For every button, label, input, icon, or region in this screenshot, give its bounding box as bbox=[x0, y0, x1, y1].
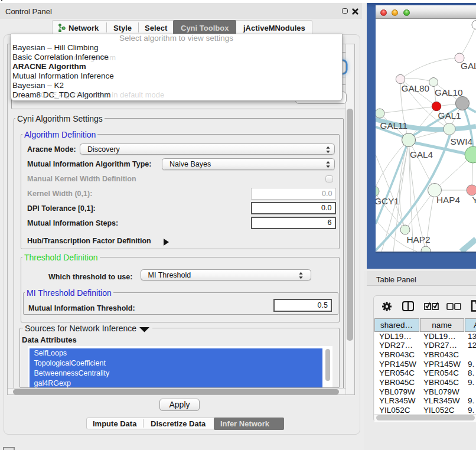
svg-text:GAL: GAL bbox=[461, 61, 476, 71]
svg-text:GAL1: GAL1 bbox=[438, 110, 461, 120]
svg-text:SWI4: SWI4 bbox=[451, 136, 473, 146]
svg-text:GAL10: GAL10 bbox=[435, 87, 463, 97]
svg-text:GAL4: GAL4 bbox=[410, 149, 433, 159]
svg-text:GAL80: GAL80 bbox=[402, 83, 430, 93]
svg-text:GAL11: GAL11 bbox=[380, 120, 408, 131]
svg-text:HAP4: HAP4 bbox=[436, 195, 460, 205]
svg-text:GCY1: GCY1 bbox=[376, 196, 399, 206]
svg-text:HAP2: HAP2 bbox=[407, 234, 431, 244]
svg-text:Y: Y bbox=[472, 195, 476, 205]
